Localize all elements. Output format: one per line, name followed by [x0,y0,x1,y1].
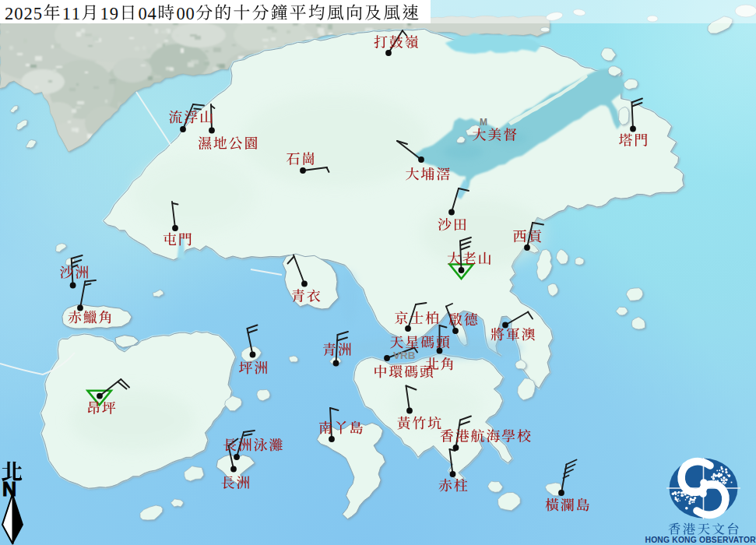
svg-text:19: 19 [100,4,118,23]
svg-text:N: N [2,478,16,500]
svg-text:04: 04 [139,4,156,23]
svg-text:VRB: VRB [393,350,416,361]
svg-text:00: 00 [176,4,194,23]
svg-text:M: M [480,117,487,128]
svg-text:HONG KONG OBSERVATORY: HONG KONG OBSERVATORY [645,536,756,544]
svg-text:11: 11 [62,4,80,23]
svg-text:2025: 2025 [5,4,42,23]
